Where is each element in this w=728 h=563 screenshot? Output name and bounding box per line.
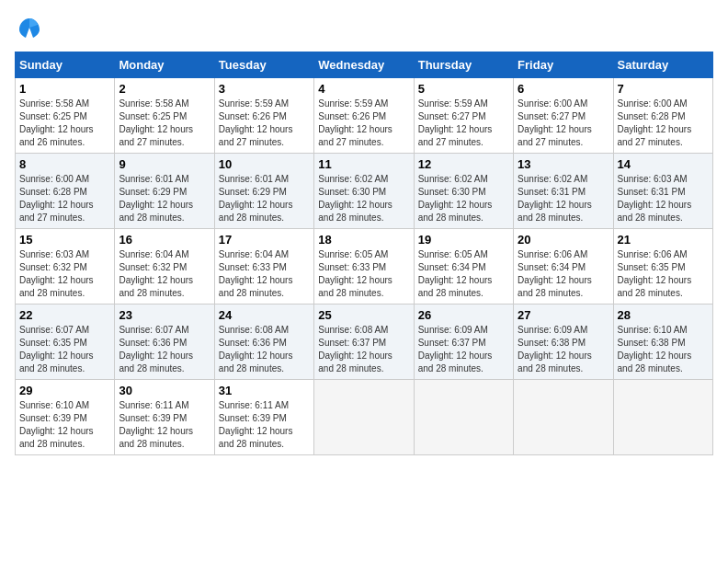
calendar-cell: 8Sunrise: 6:00 AM Sunset: 6:28 PM Daylig…: [16, 154, 115, 229]
day-detail: Sunrise: 6:08 AM Sunset: 6:37 PM Dayligh…: [318, 324, 409, 375]
day-number: 24: [219, 308, 310, 322]
calendar-cell: 24Sunrise: 6:08 AM Sunset: 6:36 PM Dayli…: [214, 304, 313, 380]
day-number: 25: [318, 308, 409, 322]
calendar-cell: 9Sunrise: 6:01 AM Sunset: 6:29 PM Daylig…: [115, 154, 214, 229]
day-detail: Sunrise: 6:08 AM Sunset: 6:36 PM Dayligh…: [219, 324, 310, 375]
day-number: 30: [119, 384, 210, 397]
day-detail: Sunrise: 5:58 AM Sunset: 6:25 PM Dayligh…: [119, 98, 210, 149]
day-of-week-header: Thursday: [414, 52, 513, 78]
day-detail: Sunrise: 5:59 AM Sunset: 6:27 PM Dayligh…: [418, 98, 509, 149]
calendar-week-row: 1Sunrise: 5:58 AM Sunset: 6:25 PM Daylig…: [16, 78, 713, 154]
day-number: 8: [19, 157, 110, 171]
day-detail: Sunrise: 6:00 AM Sunset: 6:27 PM Dayligh…: [518, 98, 609, 149]
calendar-cell: 2Sunrise: 5:58 AM Sunset: 6:25 PM Daylig…: [115, 78, 214, 154]
day-of-week-header: Friday: [514, 52, 613, 78]
calendar-cell: 4Sunrise: 5:59 AM Sunset: 6:26 PM Daylig…: [314, 78, 414, 154]
calendar-cell: 6Sunrise: 6:00 AM Sunset: 6:27 PM Daylig…: [514, 78, 613, 154]
day-detail: Sunrise: 6:00 AM Sunset: 6:28 PM Dayligh…: [19, 173, 110, 224]
calendar-week-row: 29Sunrise: 6:10 AM Sunset: 6:39 PM Dayli…: [16, 380, 713, 455]
calendar-cell: 25Sunrise: 6:08 AM Sunset: 6:37 PM Dayli…: [314, 304, 414, 380]
day-of-week-header: Saturday: [613, 52, 712, 78]
day-detail: Sunrise: 6:06 AM Sunset: 6:34 PM Dayligh…: [518, 248, 609, 300]
calendar-week-row: 15Sunrise: 6:03 AM Sunset: 6:32 PM Dayli…: [16, 229, 713, 304]
page-header: [15, 15, 713, 40]
calendar-cell: 27Sunrise: 6:09 AM Sunset: 6:38 PM Dayli…: [514, 304, 613, 380]
day-detail: Sunrise: 6:11 AM Sunset: 6:39 PM Dayligh…: [219, 399, 310, 451]
day-detail: Sunrise: 5:59 AM Sunset: 6:26 PM Dayligh…: [219, 98, 310, 149]
day-detail: Sunrise: 6:05 AM Sunset: 6:33 PM Dayligh…: [318, 248, 409, 300]
calendar-cell: [414, 380, 513, 455]
calendar-cell: [314, 380, 414, 455]
day-number: 27: [518, 308, 609, 322]
calendar-cell: 11Sunrise: 6:02 AM Sunset: 6:30 PM Dayli…: [314, 154, 414, 229]
calendar-cell: 13Sunrise: 6:02 AM Sunset: 6:31 PM Dayli…: [514, 154, 613, 229]
day-detail: Sunrise: 5:59 AM Sunset: 6:26 PM Dayligh…: [318, 98, 409, 149]
day-number: 20: [518, 233, 609, 247]
calendar-cell: 12Sunrise: 6:02 AM Sunset: 6:30 PM Dayli…: [414, 154, 513, 229]
day-detail: Sunrise: 6:02 AM Sunset: 6:30 PM Dayligh…: [418, 173, 509, 224]
day-number: 22: [19, 308, 110, 322]
day-detail: Sunrise: 6:04 AM Sunset: 6:32 PM Dayligh…: [119, 248, 210, 300]
calendar-cell: 14Sunrise: 6:03 AM Sunset: 6:31 PM Dayli…: [613, 154, 712, 229]
calendar-cell: 21Sunrise: 6:06 AM Sunset: 6:35 PM Dayli…: [613, 229, 712, 304]
day-number: 13: [518, 157, 609, 171]
logo-icon: [17, 15, 42, 40]
calendar-cell: 3Sunrise: 5:59 AM Sunset: 6:26 PM Daylig…: [214, 78, 313, 154]
calendar-cell: 28Sunrise: 6:10 AM Sunset: 6:38 PM Dayli…: [613, 304, 712, 380]
day-detail: Sunrise: 6:07 AM Sunset: 6:35 PM Dayligh…: [19, 324, 110, 375]
calendar-cell: 22Sunrise: 6:07 AM Sunset: 6:35 PM Dayli…: [16, 304, 115, 380]
day-detail: Sunrise: 6:09 AM Sunset: 6:38 PM Dayligh…: [518, 324, 609, 375]
day-detail: Sunrise: 6:03 AM Sunset: 6:32 PM Dayligh…: [19, 248, 110, 300]
calendar-cell: 30Sunrise: 6:11 AM Sunset: 6:39 PM Dayli…: [115, 380, 214, 455]
day-number: 17: [219, 233, 310, 247]
day-number: 14: [618, 157, 709, 171]
day-detail: Sunrise: 6:00 AM Sunset: 6:28 PM Dayligh…: [618, 98, 709, 149]
calendar-cell: 17Sunrise: 6:04 AM Sunset: 6:33 PM Dayli…: [214, 229, 313, 304]
calendar-cell: 26Sunrise: 6:09 AM Sunset: 6:37 PM Dayli…: [414, 304, 513, 380]
calendar-cell: 5Sunrise: 5:59 AM Sunset: 6:27 PM Daylig…: [414, 78, 513, 154]
day-detail: Sunrise: 6:09 AM Sunset: 6:37 PM Dayligh…: [418, 324, 509, 375]
day-number: 5: [418, 82, 509, 96]
day-detail: Sunrise: 6:02 AM Sunset: 6:30 PM Dayligh…: [318, 173, 409, 224]
day-detail: Sunrise: 6:05 AM Sunset: 6:34 PM Dayligh…: [418, 248, 509, 300]
day-of-week-header: Tuesday: [214, 52, 313, 78]
calendar-week-row: 22Sunrise: 6:07 AM Sunset: 6:35 PM Dayli…: [16, 304, 713, 380]
calendar-header-row: SundayMondayTuesdayWednesdayThursdayFrid…: [16, 52, 713, 78]
day-detail: Sunrise: 6:04 AM Sunset: 6:33 PM Dayligh…: [219, 248, 310, 300]
day-number: 7: [618, 82, 709, 96]
day-of-week-header: Wednesday: [314, 52, 414, 78]
calendar-cell: 16Sunrise: 6:04 AM Sunset: 6:32 PM Dayli…: [115, 229, 214, 304]
day-number: 3: [219, 82, 310, 96]
day-number: 11: [318, 157, 409, 171]
day-number: 6: [518, 82, 609, 96]
day-number: 15: [19, 233, 110, 247]
calendar-cell: 1Sunrise: 5:58 AM Sunset: 6:25 PM Daylig…: [16, 78, 115, 154]
day-number: 19: [418, 233, 509, 247]
day-number: 2: [119, 82, 210, 96]
day-detail: Sunrise: 6:03 AM Sunset: 6:31 PM Dayligh…: [618, 173, 709, 224]
calendar-cell: 18Sunrise: 6:05 AM Sunset: 6:33 PM Dayli…: [314, 229, 414, 304]
calendar-cell: 19Sunrise: 6:05 AM Sunset: 6:34 PM Dayli…: [414, 229, 513, 304]
day-number: 4: [318, 82, 409, 96]
day-detail: Sunrise: 6:11 AM Sunset: 6:39 PM Dayligh…: [119, 399, 210, 451]
day-number: 18: [318, 233, 409, 247]
calendar-cell: 10Sunrise: 6:01 AM Sunset: 6:29 PM Dayli…: [214, 154, 313, 229]
calendar-cell: 23Sunrise: 6:07 AM Sunset: 6:36 PM Dayli…: [115, 304, 214, 380]
day-detail: Sunrise: 6:10 AM Sunset: 6:38 PM Dayligh…: [618, 324, 709, 375]
day-of-week-header: Sunday: [16, 52, 115, 78]
day-number: 21: [618, 233, 709, 247]
day-number: 29: [19, 384, 110, 397]
day-number: 12: [418, 157, 509, 171]
day-detail: Sunrise: 6:01 AM Sunset: 6:29 PM Dayligh…: [119, 173, 210, 224]
day-detail: Sunrise: 6:02 AM Sunset: 6:31 PM Dayligh…: [518, 173, 609, 224]
day-detail: Sunrise: 6:01 AM Sunset: 6:29 PM Dayligh…: [219, 173, 310, 224]
day-detail: Sunrise: 6:10 AM Sunset: 6:39 PM Dayligh…: [19, 399, 110, 451]
day-detail: Sunrise: 5:58 AM Sunset: 6:25 PM Dayligh…: [19, 98, 110, 149]
day-number: 23: [119, 308, 210, 322]
calendar-week-row: 8Sunrise: 6:00 AM Sunset: 6:28 PM Daylig…: [16, 154, 713, 229]
day-number: 10: [219, 157, 310, 171]
day-of-week-header: Monday: [115, 52, 214, 78]
calendar-cell: [613, 380, 712, 455]
day-number: 31: [219, 384, 310, 397]
calendar-cell: 29Sunrise: 6:10 AM Sunset: 6:39 PM Dayli…: [16, 380, 115, 455]
